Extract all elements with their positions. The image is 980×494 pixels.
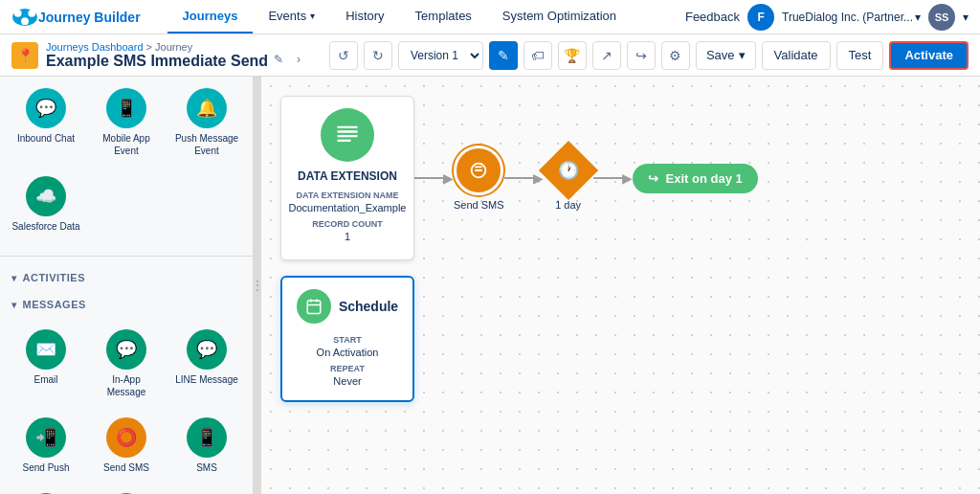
nav-tab-history[interactable]: History: [330, 0, 399, 34]
pencil-button[interactable]: ✎: [489, 41, 518, 70]
second-bar: 📍 Journeys Dashboard > Journey Example S…: [0, 34, 980, 77]
activate-button[interactable]: Activate: [889, 41, 969, 70]
send-sms-circle: [454, 146, 503, 195]
exit-node[interactable]: ↪ Exit on day 1: [633, 164, 758, 193]
sidebar-item-mobile-app-event[interactable]: 📱 Mobile App Event: [88, 80, 165, 165]
chevron-down-icon: ▾: [11, 273, 17, 283]
nav-tab-system-optimization[interactable]: System Optimization: [487, 0, 632, 34]
trophy-icon-button[interactable]: 🏆: [558, 41, 587, 70]
location-icon: 📍: [17, 48, 33, 63]
nav-tab-journeys[interactable]: Journeys: [167, 0, 254, 34]
in-app-label: In-App Message: [92, 373, 161, 398]
resize-handle[interactable]: [254, 77, 261, 494]
in-app-icon: 💬: [106, 329, 146, 370]
feedback-avatar: F: [747, 4, 774, 31]
sidebar-item-in-app-message[interactable]: 💬 In-App Message: [88, 322, 165, 406]
email-label: Email: [33, 373, 57, 386]
breadcrumb-separator: >: [146, 41, 155, 53]
send-push-label: Send Push: [23, 461, 70, 474]
messages-section-header[interactable]: ▾ Messages: [0, 291, 253, 318]
data-extension-card[interactable]: DATA EXTENSION DATA EXTENSION NAME Docum…: [280, 96, 414, 260]
share-icon-button[interactable]: ↪: [627, 41, 656, 70]
flow-row: DATA EXTENSION DATA EXTENSION NAME Docum…: [280, 96, 961, 260]
wait-diamond-container: 🕐: [544, 146, 593, 195]
send-sms-icon: ⭕: [106, 417, 146, 458]
line-message-label: LINE Message: [175, 373, 238, 386]
sms-icon: 📱: [187, 417, 227, 458]
sms-label: SMS: [196, 461, 217, 474]
nav-tab-events[interactable]: Events ▾: [253, 0, 330, 34]
panel-divider-1: [0, 256, 253, 257]
chevron-down-icon: ▾: [11, 300, 17, 310]
sidebar-item-sms[interactable]: 📱 SMS: [168, 410, 245, 482]
line-message-icon: 💬: [187, 329, 227, 370]
sidebar-item-push-message-event[interactable]: 🔔 Push Message Event: [168, 80, 245, 165]
connector-2: ▶: [504, 170, 544, 186]
sidebar-item-email[interactable]: ✉️ Email: [8, 322, 84, 406]
de-count-label: RECORD COUNT: [312, 219, 383, 229]
data-extension-title: DATA EXTENSION: [298, 169, 397, 183]
mobile-app-icon: 📱: [106, 88, 146, 128]
line-1: [414, 177, 443, 179]
second-bar-actions: ↺ ↻ Version 1 ✎ 🏷 🏆 ↗ ↪ ⚙ Save ▾ Validat…: [329, 41, 969, 70]
schedule-card[interactable]: Schedule START On Activation REPEAT Neve…: [280, 276, 414, 402]
send-sms-node[interactable]: Send SMS: [454, 146, 504, 211]
chevron-right-icon[interactable]: ›: [297, 53, 314, 70]
breadcrumb-parent[interactable]: Journeys Dashboard: [46, 41, 144, 53]
wait-node[interactable]: 🕐 1 day: [544, 146, 593, 211]
sidebar-item-salesforce-data[interactable]: ☁️ Salesforce Data: [8, 168, 84, 240]
edit-icon[interactable]: ✎: [274, 53, 291, 70]
connector-1: ▶: [414, 170, 454, 186]
undo-button[interactable]: ↺: [329, 41, 358, 70]
schedule-repeat-label: REPEAT: [330, 364, 365, 373]
exit-pill: ↪ Exit on day 1: [633, 164, 758, 193]
schedule-icon-row: Schedule: [297, 289, 398, 324]
sidebar-item-inbound-chat[interactable]: 💬 Inbound Chat: [8, 80, 84, 165]
journey-title: Example SMS Immediate Send: [46, 53, 268, 70]
salesforce-data-label: Salesforce Data: [11, 220, 79, 233]
sidebar-item-line-message[interactable]: 💬 LINE Message: [168, 322, 245, 406]
schedule-area: Schedule START On Activation REPEAT Neve…: [280, 276, 961, 402]
send-sms-label: Send SMS: [454, 199, 504, 211]
sidebar-item-send-push[interactable]: 📲 Send Push: [8, 410, 84, 482]
settings-icon-button[interactable]: ⚙: [661, 41, 690, 70]
journey-icon-badge: 📍: [11, 42, 38, 69]
wait-diamond: 🕐: [538, 141, 597, 200]
inbound-chat-icon: 💬: [26, 88, 66, 128]
redo-button[interactable]: ↻: [364, 41, 392, 70]
nav-tabs: Journeys Events ▾ History Templates Syst…: [167, 0, 632, 34]
sidebar-item-whatsapp[interactable]: 📞 WhatsApp: [8, 485, 84, 494]
top-nav: Journey Builder Journeys Events ▾ Histor…: [0, 0, 980, 34]
exit-icon: ↪: [648, 171, 658, 186]
messages-grid: ✉️ Email 💬 In-App Message 💬 LINE Message…: [0, 318, 253, 494]
de-count-value: 1: [345, 231, 350, 242]
test-button[interactable]: Test: [836, 41, 884, 70]
org-name[interactable]: TrueDialog Inc. (Partner... ▾: [782, 11, 921, 24]
version-select[interactable]: Version 1: [398, 41, 483, 70]
line-3: [593, 177, 622, 179]
schedule-start-value: On Activation: [317, 347, 379, 358]
connector-3: ▶: [593, 170, 633, 186]
user-avatar[interactable]: SS: [928, 4, 955, 31]
exit-label: Exit on day 1: [666, 171, 743, 186]
sidebar-item-custom[interactable]: ⬜ Custom: [88, 485, 165, 494]
nav-tab-templates[interactable]: Templates: [400, 0, 487, 34]
svg-rect-5: [307, 301, 321, 314]
send-push-icon: 📲: [26, 417, 66, 458]
email-icon: ✉️: [26, 329, 66, 370]
breadcrumb-current: Journey: [155, 41, 192, 53]
feedback-link[interactable]: Feedback: [685, 10, 740, 24]
sidebar-item-send-sms[interactable]: ⭕ Send SMS: [88, 410, 165, 482]
nav-right: Feedback F TrueDialog Inc. (Partner... ▾…: [685, 4, 980, 31]
validate-button[interactable]: Validate: [762, 41, 831, 70]
clock-icon: 🕐: [558, 160, 579, 181]
schedule-icon: [297, 289, 331, 324]
tag-icon-button[interactable]: 🏷: [523, 41, 552, 70]
save-button[interactable]: Save ▾: [696, 41, 756, 70]
canvas-area[interactable]: DATA EXTENSION DATA EXTENSION NAME Docum…: [261, 77, 980, 494]
activities-section-header[interactable]: ▾ ACTIVITIES: [0, 264, 253, 291]
mobile-app-label: Mobile App Event: [92, 132, 161, 157]
user-menu[interactable]: ▾: [963, 11, 969, 24]
export-icon-button[interactable]: ↗: [592, 41, 621, 70]
breadcrumb-area: Journeys Dashboard > Journey Example SMS…: [46, 41, 314, 70]
